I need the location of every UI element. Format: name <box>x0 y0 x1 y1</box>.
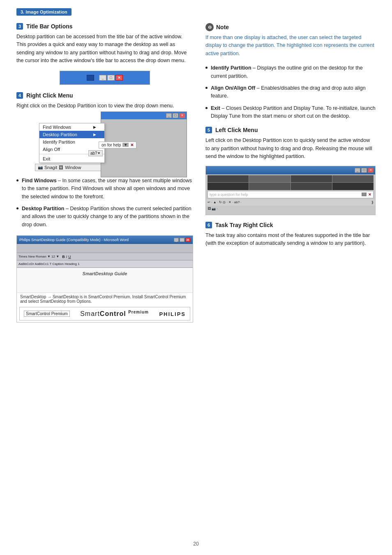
maximize-button[interactable]: □ <box>107 75 115 81</box>
lc-close: ✕ <box>368 168 374 173</box>
window-label: Window <box>65 165 81 170</box>
bullet-dot-4 <box>205 87 208 89</box>
menu-identify-partition[interactable]: Identify Partition <box>39 138 104 146</box>
section6-number: 6 <box>205 222 212 228</box>
section4-number: 4 <box>16 92 23 99</box>
smartdesktop-screenshot: Philips SmartDesktop Guide (Compatibilit… <box>16 235 193 323</box>
context-menu: Find Windows ▶ Desktop Partition ▶ Ident… <box>39 123 105 163</box>
section5-body: Left click on the Desktop Partition icon… <box>205 137 376 160</box>
section5-title: Left Click Menu <box>215 127 258 133</box>
section4-title: Right Click Menu <box>26 92 73 99</box>
section6-title: Task Tray Right Click <box>215 222 273 228</box>
lc-searchbar: type a question for help ▼ ✕ <box>208 191 374 198</box>
section4-heading: 4 Right Click Menu <box>16 92 193 99</box>
section3-heading: 3 Title Bar Options <box>16 23 193 30</box>
section6-heading: 6 Task Tray Right Click <box>205 222 376 228</box>
term-find-windows: Find Windows <box>22 178 57 183</box>
sd-window-buttons: _ □ ✕ <box>174 238 190 242</box>
bullet-dot-5 <box>205 107 208 109</box>
section3-body: Desktop partition can be accessed from t… <box>16 33 193 65</box>
menu-find-windows[interactable]: Find Windows ▶ <box>39 123 104 131</box>
sd-content: SmartDesktop Guide <box>17 268 193 293</box>
lc-maximize: □ <box>361 168 367 173</box>
sd-smartcontrol-label: SmartControl Premium <box>24 311 70 317</box>
sd-toolbar2: Times New Roman ▼ 12 ▼ B I U <box>17 253 193 260</box>
section3-title: Title Bar Options <box>26 23 73 30</box>
sd-toolbar3: AaBbCcDr AaBbCc1 T Caption Heading 1 <box>17 260 193 268</box>
minimize-button[interactable]: _ <box>99 75 106 81</box>
lc-statusbar: 🖼 📷 · <box>206 206 375 212</box>
term-align: Align On/Align Off <box>211 85 255 91</box>
sd-toolbar1 <box>17 244 193 253</box>
lc-toolbar-row1: ↩ · ▲ · ↻ ◎ · ✕ · ab? · ⟫ <box>206 199 375 206</box>
menu-arrow-find: ▶ <box>93 125 96 129</box>
titlebar-buttons: _ □ ✕ <box>99 75 123 81</box>
bullet-exit: Exit – Closes Desktop Partition and Disp… <box>205 104 376 121</box>
search-bar-bg: on for help ▼ ✕ <box>99 142 136 149</box>
lc-partition-8 <box>332 183 374 190</box>
sd-titlebar: Philips SmartDesktop Guide (Compatibilit… <box>17 236 193 244</box>
bullet-identify-partition: Identify Partition – Displays the outlin… <box>205 64 376 80</box>
sd-close: ✕ <box>185 238 190 242</box>
ab-dropdown: ab?▼ <box>88 150 103 156</box>
bg-close: ✕ <box>179 113 185 118</box>
term-exit: Exit <box>211 105 220 111</box>
sd-note: SmartDesktop → SmartDesktop is in SmartC… <box>17 293 193 305</box>
bullet-find-windows: Find Windows – In some cases, the user m… <box>16 177 193 201</box>
note-box: ⊖ Note If more than one display is attac… <box>205 23 376 58</box>
section5-heading: 5 Left Click Menu <box>205 127 376 133</box>
section4-bullets: Find Windows – In some cases, the user m… <box>16 177 193 229</box>
menu-desktop-partition[interactable]: Desktop Partition ▶ <box>39 131 104 138</box>
snagit-label: Snagit <box>44 165 57 170</box>
section5-number: 5 <box>205 127 212 133</box>
lc-partition-1 <box>208 175 249 183</box>
note-icon: ⊖ <box>205 23 214 31</box>
lc-partition-5 <box>208 183 249 190</box>
sd-maximize: □ <box>180 238 184 242</box>
lc-titlebar: _ □ ✕ <box>206 166 375 174</box>
right-bullets: Identify Partition – Displays the outlin… <box>205 64 376 120</box>
sd-bottom-box: SmartControl Premium SmartControl Premiu… <box>19 307 190 320</box>
section3-number: 3 <box>16 23 23 30</box>
term-desktop-partition: Desktop Partition <box>22 206 65 211</box>
lc-minimize: _ <box>355 168 360 173</box>
lc-partitions <box>208 175 374 190</box>
sd-minimize: _ <box>174 238 179 242</box>
section6-body: The task tray also contains most of the … <box>205 232 376 248</box>
titlebar-icon <box>87 75 94 81</box>
page-number: 20 <box>0 541 392 547</box>
sd-philips-logo: SmartControl Premium PHILIPS <box>80 310 186 318</box>
close-button[interactable]: ✕ <box>115 75 123 81</box>
lc-partition-4 <box>332 175 374 183</box>
titlebar-screenshot: _ □ ✕ <box>60 71 150 85</box>
context-menu-screenshot: _ □ ✕ Find Windows ▶ <box>16 115 193 171</box>
note-title: ⊖ Note <box>205 23 376 31</box>
leftclick-screenshot: _ □ ✕ type a question for help ▼ <box>205 166 376 215</box>
bullet-dot-3 <box>205 67 208 69</box>
lc-partition-2 <box>249 175 290 183</box>
bullet-dot <box>16 179 18 181</box>
bullet-dot-2 <box>16 207 18 209</box>
lc-partition-6 <box>249 183 290 190</box>
bullet-desktop-partition: Desktop Partition – Desktop Partition sh… <box>16 205 193 229</box>
lc-partition-7 <box>291 183 332 190</box>
philips-logo: PHILIPS <box>159 311 186 317</box>
chapter-tab: 3. Image Optimization <box>16 8 71 16</box>
bullet-align: Align On/Align Off – Enables/disables th… <box>205 84 376 100</box>
note-text: If more than one display is attached, th… <box>205 34 376 58</box>
term-identify: Identify Partition <box>211 65 251 71</box>
note-label: Note <box>216 24 229 30</box>
lc-search-text: type a question for help <box>210 193 360 197</box>
section4-body: Right click on the Desktop Partition ico… <box>16 102 193 110</box>
menu-arrow-partition: ▶ <box>93 132 96 137</box>
lc-partition-3 <box>291 175 332 183</box>
